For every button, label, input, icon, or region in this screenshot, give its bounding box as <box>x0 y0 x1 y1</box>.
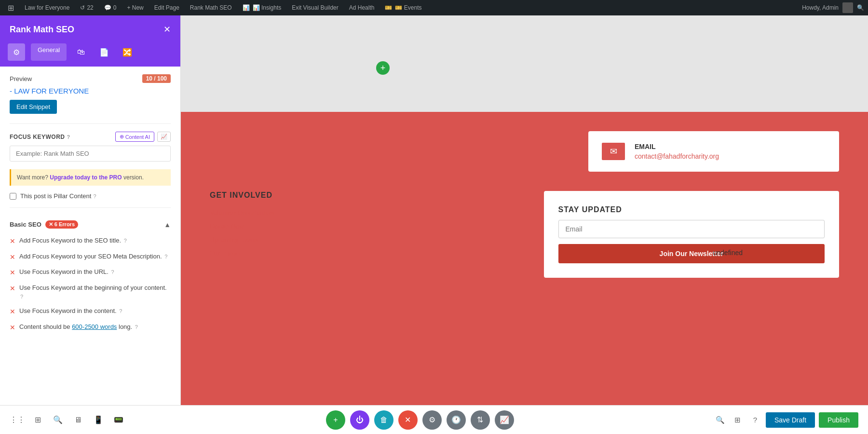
delete-button[interactable]: 🗑 <box>374 410 393 430</box>
power-button[interactable]: ⏻ <box>350 410 369 430</box>
email-icon: ✉ <box>602 143 625 160</box>
panel-tabs: ⚙ General 🛍 📄 🔀 <box>0 43 180 67</box>
rankmath-label: Rank Math SEO <box>190 4 232 11</box>
error-help-icon[interactable]: ? <box>124 238 127 244</box>
edit-page-label: Edit Page <box>154 4 179 11</box>
comments-icon: 💬 <box>104 4 111 11</box>
edit-page-item[interactable]: Edit Page <box>150 0 183 15</box>
toolbar-desktop-button[interactable]: 🖥 <box>70 412 86 428</box>
basic-seo-header[interactable]: Basic SEO ✕ 6 Errors ▲ <box>10 216 171 233</box>
events-icon: 🎫 <box>385 4 392 11</box>
toolbar-search-button[interactable]: 🔍 <box>50 412 66 428</box>
ad-health-item[interactable]: Ad Health <box>345 0 379 15</box>
volunteer-link[interactable]: Volunteer Opportunities <box>210 209 505 217</box>
preview-section: Preview 10 / 100 - LAW FOR EVERYONE Edit… <box>10 74 171 114</box>
fk-help-icon[interactable]: ? <box>67 134 70 140</box>
updates-count: 22 <box>87 4 93 11</box>
fk-actions: ⊕ Content AI 📈 <box>115 132 171 142</box>
publish-button[interactable]: Publish <box>819 412 858 428</box>
trend-button[interactable]: 📈 <box>157 132 171 142</box>
admin-bar-right: Howdy, Admin 🔍 <box>802 2 864 13</box>
events-link[interactable]: Upcoming Events <box>210 236 505 244</box>
exit-builder-label: Exit Visual Builder <box>292 4 339 11</box>
search-icon[interactable]: 🔍 <box>857 4 864 11</box>
seo-error-list: ✕ Add Focus Keyword to the SEO title. ? … <box>10 233 171 335</box>
close-button[interactable]: ✕ <box>398 410 418 430</box>
tab-general[interactable]: ⚙ <box>8 43 25 61</box>
help-icon-button[interactable]: ? <box>748 413 762 427</box>
site-name-label: Law for Everyone <box>25 4 69 11</box>
error-help-icon[interactable]: ? <box>111 269 114 275</box>
panel-body: Preview 10 / 100 - LAW FOR EVERYONE Edit… <box>0 67 180 343</box>
updates-item[interactable]: ↺ 22 <box>76 0 97 15</box>
ad-health-label: Ad Health <box>349 4 375 11</box>
toolbar-grid-button[interactable]: ⊞ <box>30 412 45 428</box>
toolbar-tablet-button[interactable]: 📱 <box>91 412 106 428</box>
tab-social[interactable]: 🛍 <box>72 43 90 61</box>
insights-label: 📊 Insights <box>253 4 282 11</box>
panel-header: Rank Math SEO ✕ <box>0 15 180 43</box>
settings-button[interactable]: ⚙ <box>422 410 442 430</box>
newsletter-box: STAY UPDATED Join Our Newsletter <box>544 191 840 278</box>
error-x-icon: ✕ <box>10 284 15 294</box>
error-text: Use Focus Keyword in the content. ? <box>19 307 122 315</box>
tab-schema[interactable]: 📄 <box>95 43 113 61</box>
panel-close-button[interactable]: ✕ <box>163 24 171 35</box>
admin-bar: ⊞ Law for Everyone ↺ 22 💬 0 + New Edit P… <box>0 0 868 15</box>
events-item[interactable]: 🎫 🎫 Events <box>381 0 425 15</box>
save-draft-button[interactable]: Save Draft <box>766 412 815 428</box>
pillar-help-icon[interactable]: ? <box>93 193 96 199</box>
search-icon-button[interactable]: 🔍 <box>714 413 727 427</box>
canvas-red-section: ✉ EMAIL contact@fahadforcharity.org GET … <box>181 112 868 405</box>
add-content-button[interactable]: + <box>376 61 390 75</box>
error-help-icon[interactable]: ? <box>164 254 167 259</box>
upgrade-link[interactable]: Upgrade today to the PRO <box>50 174 122 181</box>
advanced-icon: 🔀 <box>122 48 132 57</box>
error-text: Content should be 600-2500 words long. ? <box>19 323 138 331</box>
exit-builder-item[interactable]: Exit Visual Builder <box>288 0 342 15</box>
insights-item[interactable]: 📊 📊 Insights <box>239 0 285 15</box>
error-help-icon[interactable]: ? <box>20 294 23 299</box>
panel-title: Rank Math SEO <box>10 25 74 35</box>
main-canvas: + ✉ EMAIL contact@fahadforcharity.org GE… <box>181 15 868 405</box>
error-x-icon: ✕ <box>10 253 15 262</box>
new-item[interactable]: + New <box>123 0 147 15</box>
layout-icon-button[interactable]: ⊞ <box>731 413 745 427</box>
comments-count: 0 <box>113 4 117 11</box>
howdy-text: Howdy, Admin <box>802 4 839 11</box>
site-name[interactable]: Law for Everyone <box>21 0 73 15</box>
newsletter-email-input[interactable] <box>558 220 825 238</box>
pillar-content-checkbox[interactable] <box>10 193 16 200</box>
focus-keyword-input[interactable] <box>10 146 171 162</box>
comments-item[interactable]: 💬 0 <box>100 0 121 15</box>
wp-logo[interactable]: ⊞ <box>4 0 18 15</box>
error-text: Add Focus Keyword to the SEO title. ? <box>19 236 127 245</box>
content-ai-button[interactable]: ⊕ Content AI <box>115 132 154 142</box>
toolbar-menu-button[interactable]: ⋮⋮ <box>10 412 25 428</box>
responsive-button[interactable]: ⇅ <box>471 410 490 430</box>
email-card: ✉ EMAIL contact@fahadforcharity.org <box>588 131 839 172</box>
tab-general-label[interactable]: General <box>31 43 67 61</box>
pillar-content-label: This post is Pillar Content ? <box>20 192 96 200</box>
analytics-button[interactable]: 📈 <box>495 410 514 430</box>
rankmath-item[interactable]: Rank Math SEO <box>186 0 236 15</box>
word-count-link[interactable]: 600-2500 words <box>72 323 117 330</box>
error-help-icon[interactable]: ? <box>119 308 122 314</box>
error-help-icon[interactable]: ? <box>135 324 138 330</box>
seo-error-item: ✕ Add Focus Keyword to the SEO title. ? <box>10 233 171 249</box>
toolbar-mobile-button[interactable]: 📟 <box>111 412 126 428</box>
preview-title: - LAW FOR EVERYONE <box>10 87 171 95</box>
edit-snippet-button[interactable]: Edit Snippet <box>10 100 57 114</box>
gear-icon: ⚙ <box>13 48 20 57</box>
new-label: + New <box>127 4 143 11</box>
social-icon: 🛍 <box>77 48 85 56</box>
donate-link[interactable]: Donate Now <box>210 223 505 231</box>
history-button[interactable]: 🕐 <box>447 410 466 430</box>
error-text: Add Focus Keyword to your SEO Meta Descr… <box>19 252 167 261</box>
add-section-button[interactable]: + <box>326 410 345 430</box>
tab-advanced[interactable]: 🔀 <box>119 43 136 61</box>
error-x-icon: ✕ <box>10 323 15 333</box>
stay-updated-heading: STAY UPDATED <box>558 205 825 214</box>
email-card-text: EMAIL contact@fahadforcharity.org <box>635 143 719 160</box>
preview-label: Preview <box>10 75 32 82</box>
